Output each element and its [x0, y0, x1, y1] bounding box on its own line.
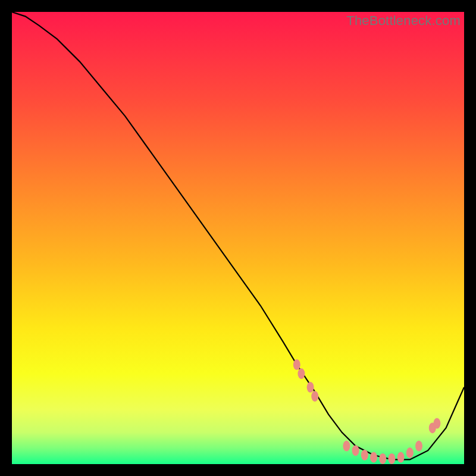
chart-canvas	[12, 12, 464, 464]
marker-dot	[433, 418, 440, 429]
marker-dot	[397, 452, 405, 463]
gradient-background	[12, 12, 464, 464]
marker-dot	[307, 382, 314, 393]
marker-dot	[370, 452, 377, 463]
marker-dot	[388, 453, 395, 464]
marker-dot	[293, 359, 300, 370]
marker-dot	[406, 447, 414, 458]
marker-dot	[415, 441, 422, 452]
marker-dot	[379, 453, 386, 464]
marker-dot	[352, 445, 359, 456]
marker-dot	[361, 450, 368, 461]
chart-frame: TheBottleneck.com	[12, 12, 464, 464]
marker-dot	[343, 441, 350, 452]
marker-dot	[311, 391, 318, 402]
marker-dot	[298, 368, 305, 379]
watermark-text: TheBottleneck.com	[346, 13, 461, 29]
